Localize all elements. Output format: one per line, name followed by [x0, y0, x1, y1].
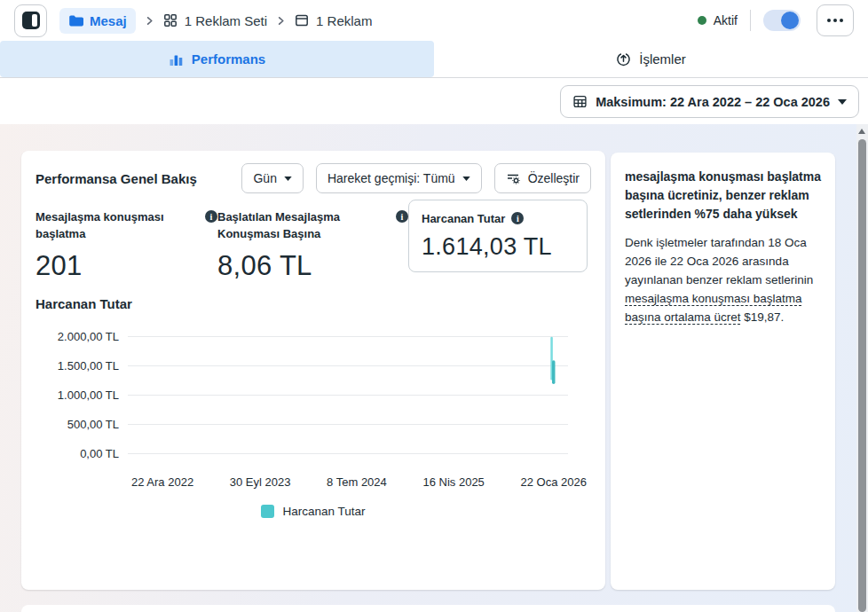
granularity-label: Gün	[253, 171, 276, 185]
breadcrumb-ad[interactable]: 1 Reklam	[295, 13, 372, 28]
chart-legend[interactable]: Harcanan Tutar	[21, 505, 605, 518]
dot-icon	[840, 19, 843, 22]
dot-icon	[827, 19, 831, 22]
legend-label: Harcanan Tutar	[282, 505, 365, 518]
insight-body-end: $19,87.	[741, 310, 785, 324]
breadcrumb-adset[interactable]: 1 Reklam Seti	[163, 13, 267, 28]
bar-chart-icon	[169, 52, 184, 67]
toggle-knob	[781, 12, 799, 29]
metric-label: Mesajlaşma konuşması başlatma	[36, 209, 178, 243]
more-options-button[interactable]	[817, 4, 854, 36]
divider	[750, 10, 751, 31]
x-axis-tick: 22 Ara 2022	[131, 475, 193, 489]
tab-performance[interactable]: Performans	[0, 41, 434, 77]
y-axis-tick: 500,00 TL	[36, 418, 128, 431]
info-icon[interactable]: i	[396, 210, 408, 223]
caret-down-icon	[284, 177, 292, 181]
y-axis-tick: 1.000,00 TL	[36, 388, 128, 402]
chart-title: Harcanan Tutar	[36, 296, 591, 311]
breadcrumb-ad-label: 1 Reklam	[316, 13, 372, 28]
overview-header: Performansa Genel Bakış Gün Hareket geçm…	[21, 151, 605, 193]
metric-label: Başlatılan Mesajlaşma Konuşması Başına	[217, 209, 359, 243]
filter-row: Maksimum: 22 Ara 2022 – 22 Oca 2026	[0, 78, 868, 124]
tab-actions-label: İşlemler	[639, 51, 686, 67]
metric-cost-per-conversation[interactable]: Başlatılan Mesajlaşma Konuşması Başına i…	[217, 209, 408, 282]
history-dropdown[interactable]: Hareket geçmişi: Tümü	[316, 163, 482, 193]
insight-panel: mesajlaşma konuşması başlatma başına ücr…	[611, 153, 835, 590]
spend-chart: 2.000,00 TL 1.500,00 TL 1.000,00 TL 500,…	[36, 322, 568, 468]
collapse-panel-icon	[22, 12, 40, 29]
x-axis-tick: 22 Oca 2026	[521, 475, 587, 489]
tab-actions[interactable]: İşlemler	[434, 41, 868, 77]
ad-active-toggle[interactable]	[763, 10, 801, 31]
x-axis-tick: 8 Tem 2024	[327, 475, 387, 489]
x-axis-tick: 16 Nis 2025	[422, 475, 484, 489]
caret-down-icon	[462, 177, 470, 181]
chevron-right-icon	[145, 16, 154, 26]
insight-heading: mesajlaşma konuşması başlatma başına ücr…	[625, 168, 821, 224]
status-dot-icon	[698, 16, 706, 25]
x-axis-tick: 30 Eyl 2023	[230, 475, 291, 489]
y-axis-tick: 0,00 TL	[36, 447, 128, 460]
metric-label: Harcanan Tutar	[422, 211, 505, 228]
folder-icon	[68, 14, 83, 27]
circle-arrow-up-icon	[616, 51, 631, 67]
info-icon[interactable]: i	[205, 210, 217, 223]
caret-down-icon	[838, 99, 847, 105]
status-badge: Aktif	[714, 13, 738, 27]
x-axis-ticks: 22 Ara 2022 30 Eyl 2023 8 Tem 2024 16 Ni…	[131, 475, 587, 489]
top-bar: Mesaj 1 Reklam Seti 1 Reklam Aktif	[0, 0, 868, 41]
grid-2x2-icon	[163, 13, 178, 27]
info-icon[interactable]: i	[511, 212, 524, 224]
metric-value: 1.614,03 TL	[422, 233, 574, 261]
dot-icon	[833, 19, 837, 22]
collapse-panel-button[interactable]	[14, 4, 47, 37]
customize-button[interactable]: Özelleştir	[494, 163, 591, 193]
metric-amount-spent-selected[interactable]: Harcanan Tutar i 1.614,03 TL	[408, 200, 588, 272]
legend-swatch-icon	[261, 505, 274, 518]
topbar-right-group: Aktif	[698, 4, 854, 36]
ad-frame-icon	[295, 13, 309, 27]
metrics-row: Mesajlaşma konuşması başlatma i 201 Başl…	[21, 193, 605, 282]
customize-label: Özelleştir	[528, 171, 580, 185]
sliders-gear-icon	[506, 171, 521, 185]
tab-bar: Performans İşlemler	[0, 41, 868, 78]
metric-conversations[interactable]: Mesajlaşma konuşması başlatma i 201	[36, 209, 217, 282]
granularity-dropdown[interactable]: Gün	[241, 163, 303, 193]
breadcrumb-campaign[interactable]: Mesaj	[59, 8, 136, 34]
breadcrumb-adset-label: 1 Reklam Seti	[185, 13, 267, 28]
scroll-up-arrow-icon[interactable]	[858, 129, 865, 134]
scrollbar-thumb[interactable]	[858, 139, 866, 612]
overview-title: Performansa Genel Bakış	[36, 171, 197, 186]
insight-body: Denk işletmeler tarafından 18 Oca 2026 i…	[625, 234, 821, 327]
insight-body-start: Denk işletmeler tarafından 18 Oca 2026 i…	[625, 236, 813, 286]
breadcrumb-campaign-label: Mesaj	[90, 13, 127, 28]
date-range-label: Maksimum: 22 Ara 2022 – 22 Oca 2026	[596, 95, 830, 109]
performance-overview-card: Performansa Genel Bakış Gün Hareket geçm…	[21, 151, 605, 590]
history-label: Hareket geçmişi: Tümü	[327, 171, 455, 185]
y-axis-tick: 2.000,00 TL	[36, 330, 128, 343]
gridline	[128, 453, 568, 454]
vertical-scrollbar[interactable]	[856, 124, 868, 612]
tab-performance-label: Performans	[192, 51, 265, 67]
content-area: Performansa Genel Bakış Gün Hareket geçm…	[0, 124, 868, 612]
next-section-card	[21, 605, 835, 612]
metric-value: 8,06 TL	[217, 250, 408, 282]
y-axis-tick: 1.500,00 TL	[36, 359, 128, 373]
spend-line-series	[137, 336, 556, 453]
calendar-grid-icon	[572, 94, 588, 109]
chevron-right-icon	[276, 16, 286, 26]
metric-value: 201	[36, 250, 217, 282]
date-range-button[interactable]: Maksimum: 22 Ara 2022 – 22 Oca 2026	[560, 85, 859, 118]
